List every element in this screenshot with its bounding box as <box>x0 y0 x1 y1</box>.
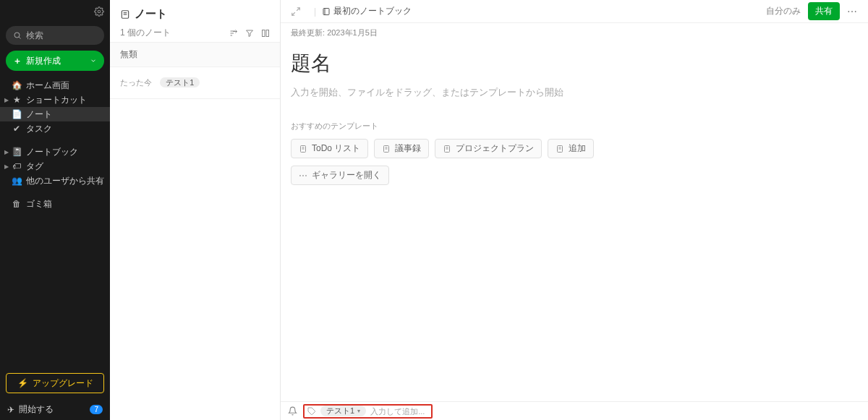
doc-icon <box>443 145 451 153</box>
share-button[interactable]: 共有 <box>808 2 840 20</box>
templates-row: ToDo リスト 議事録 プロジェクトプラン 追加 <box>291 139 858 158</box>
note-count: 1 個のノート <box>120 27 171 39</box>
sidebar-item-trash[interactable]: 🗑ゴミ箱 <box>0 197 110 211</box>
template-project[interactable]: プロジェクトプラン <box>435 139 542 158</box>
people-icon: 👥 <box>12 176 22 186</box>
notebook-selector[interactable]: 最初のノートブック <box>322 5 412 17</box>
upgrade-button[interactable]: ⚡ アップグレード <box>6 373 104 393</box>
new-note-button[interactable]: ＋ 新規作成 <box>6 51 104 71</box>
template-meeting[interactable]: 議事録 <box>374 139 429 158</box>
note-item-time: たった今 <box>120 78 152 87</box>
view-icon[interactable] <box>261 29 270 38</box>
svg-line-10 <box>292 12 295 15</box>
doc-icon <box>556 145 564 153</box>
sort-icon[interactable] <box>229 29 238 38</box>
tag-input[interactable] <box>370 407 428 416</box>
template-gallery[interactable]: ⋯ ギャラリーを開く <box>291 166 389 185</box>
sidebar-item-shared[interactable]: 👥他のユーザから共有 <box>0 173 110 188</box>
more-icon[interactable]: ⋯ <box>847 6 858 17</box>
new-note-label: 新規作成 <box>26 55 61 67</box>
templates-label: おすすめのテンプレート <box>291 121 858 132</box>
chevron-down-icon <box>90 57 97 64</box>
home-icon: 🏠 <box>12 80 22 90</box>
note-list-item[interactable]: たった今 テスト1 <box>110 67 280 99</box>
chevron-down-icon: ▾ <box>357 408 360 414</box>
tag-chip[interactable]: テスト1 ▾ <box>320 406 366 416</box>
sidebar-item-home[interactable]: 🏠ホーム画面 <box>0 78 110 93</box>
template-todo[interactable]: ToDo リスト <box>291 139 368 158</box>
note-title-input[interactable]: 題名 <box>291 50 858 77</box>
editor-toolbar: | 最初のノートブック 自分のみ 共有 ⋯ <box>281 0 868 23</box>
note-item-tag: テスト1 <box>160 77 200 87</box>
start-badge: 7 <box>90 405 103 414</box>
sidebar-item-tags[interactable]: ▶🏷タグ <box>0 159 110 173</box>
search-icon <box>13 31 22 40</box>
sidebar-nav: 🏠ホーム画面 ▶★ショートカット 📄ノート ✔タスク ▶📓ノートブック ▶🏷タグ… <box>0 78 110 211</box>
search-placeholder: 検索 <box>26 30 43 42</box>
visibility-label[interactable]: 自分のみ <box>766 5 801 17</box>
svg-point-1 <box>14 33 20 38</box>
check-icon: ✔ <box>12 124 22 134</box>
sidebar-item-shortcuts[interactable]: ▶★ショートカット <box>0 93 110 107</box>
note-editor: | 最初のノートブック 自分のみ 共有 ⋯ 最終更新: 2023年1月5日 題名… <box>281 0 868 420</box>
dots-icon: ⋯ <box>299 171 307 181</box>
svg-rect-7 <box>263 30 265 36</box>
trash-icon: 🗑 <box>12 199 22 209</box>
doc-icon <box>299 145 307 153</box>
search-input[interactable]: 検索 <box>6 26 104 45</box>
chevron-right-icon: ▶ <box>4 97 10 103</box>
note-list-panel: ノート 1 個のノート 無類 たった今 テスト1 <box>110 0 281 420</box>
last-updated: 最終更新: 2023年1月5日 <box>281 23 868 43</box>
tag-icon: 🏷 <box>12 161 22 171</box>
gear-icon[interactable] <box>94 7 104 17</box>
svg-marker-6 <box>247 30 253 37</box>
plus-icon: ＋ <box>13 55 22 67</box>
svg-rect-11 <box>323 8 329 14</box>
note-list-title: ノート <box>120 7 270 21</box>
template-add[interactable]: 追加 <box>548 139 594 158</box>
svg-rect-8 <box>266 30 269 36</box>
note-icon: 📄 <box>12 109 22 119</box>
svg-line-9 <box>297 7 299 10</box>
expand-icon[interactable] <box>291 7 301 17</box>
chevron-right-icon: ▶ <box>4 163 10 170</box>
filter-icon[interactable] <box>245 29 254 38</box>
sidebar-item-notes[interactable]: 📄ノート <box>0 107 110 121</box>
reminder-icon[interactable] <box>288 406 297 416</box>
sidebar-item-notebooks[interactable]: ▶📓ノートブック <box>0 145 110 159</box>
get-started-button[interactable]: ✈ 開始する 7 <box>0 399 110 420</box>
svg-point-0 <box>98 10 101 13</box>
lightning-icon: ⚡ <box>17 378 28 388</box>
note-group-header: 無類 <box>110 42 280 67</box>
note-icon <box>120 9 130 20</box>
sidebar-item-tasks[interactable]: ✔タスク <box>0 121 110 136</box>
notebook-icon: 📓 <box>12 147 22 157</box>
editor-footer: テスト1 ▾ <box>281 401 868 420</box>
doc-icon <box>382 145 391 153</box>
sidebar: 検索 ＋ 新規作成 🏠ホーム画面 ▶★ショートカット 📄ノート ✔タスク ▶📓ノ… <box>0 0 110 420</box>
paperplane-icon: ✈ <box>7 405 14 415</box>
note-body-placeholder[interactable]: 入力を開始、ファイルをドラッグ、またはテンプレートから開始 <box>291 86 858 99</box>
star-icon: ★ <box>12 95 22 105</box>
notebook-icon <box>322 7 331 16</box>
chevron-right-icon: ▶ <box>4 149 10 155</box>
svg-line-2 <box>19 37 20 38</box>
tag-icon[interactable] <box>307 407 316 416</box>
sidebar-top <box>0 0 110 23</box>
tag-area: テスト1 ▾ <box>303 404 433 419</box>
